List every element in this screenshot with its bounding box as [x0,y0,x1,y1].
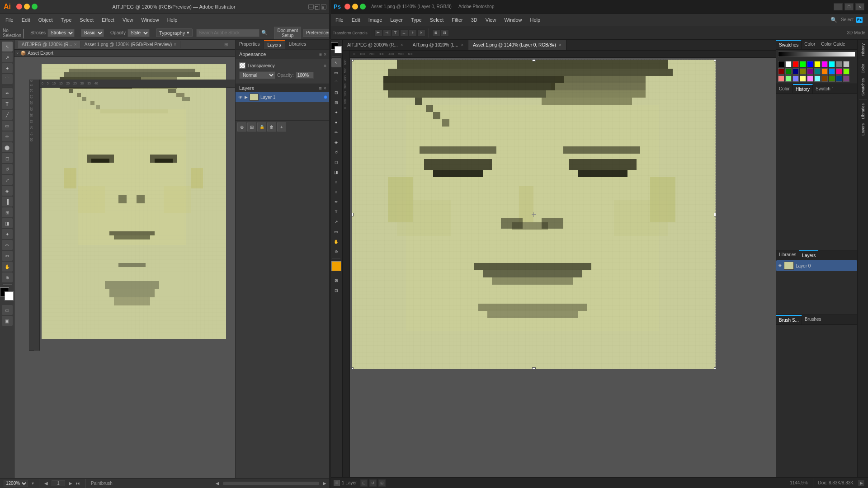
ps-menu-file[interactable]: File [332,15,347,24]
ai-tab-libraries[interactable]: Libraries [285,40,310,49]
ps-layer-0[interactable]: 👁 Layer 0 [776,260,857,271]
ai-min-btn[interactable] [24,4,30,9]
style-select[interactable]: Style [127,29,150,37]
prev-page-btn[interactable]: ◀ [44,481,48,486]
pen-tool[interactable]: ✒ [2,88,13,98]
ai-tab2-close[interactable]: × [174,42,176,47]
ps-menu-help[interactable]: Help [527,15,544,24]
align-v-center-btn[interactable]: ⊦ [409,29,417,37]
ps-minimize-btn[interactable]: ─ [834,3,843,10]
ai-restore-btn[interactable]: □ [315,4,320,9]
ps-brush-tool[interactable]: ✏ [331,128,341,137]
new-layer-btn[interactable]: + [277,122,286,131]
ps-layer-eye-icon[interactable]: 👁 [778,263,782,268]
strokes-select[interactable]: Strokes [47,29,75,37]
ps-move-tool[interactable]: ↖ [331,58,341,67]
swatch-item[interactable] [814,61,821,67]
lock-layer-btn[interactable]: 🔒 [257,122,266,131]
swatch-item[interactable] [800,61,806,67]
zoom-chevron-icon[interactable]: ▾ [32,481,34,486]
ai-tab-layers[interactable]: Layers [264,40,285,49]
ps-eraser-tool[interactable]: ◻ [331,158,341,167]
ps-background-color[interactable] [335,46,342,53]
swatch-item[interactable] [843,75,849,82]
search-input[interactable] [196,29,259,37]
align-top-edges-btn[interactable]: ⊥ [400,29,408,37]
ps-menu-3d[interactable]: 3D [467,15,481,24]
swatch-item[interactable] [785,68,792,75]
swatch-item[interactable] [778,68,784,75]
basic-style-select[interactable]: Basic [81,29,104,37]
ps-libraries-tab[interactable]: Libraries [776,250,799,260]
appearance-close-icon[interactable]: × [324,52,326,57]
blend-tool[interactable]: ∞ [2,240,13,250]
magic-wand-tool[interactable]: ✦ [2,63,13,73]
ps-history-brush-tool[interactable]: ↺ [331,148,341,157]
ai-tab-properties[interactable]: Properties [236,40,264,49]
scroll-right-btn[interactable]: ▶ [323,481,326,486]
swatch-item[interactable] [821,68,828,75]
ps-stamp-tool[interactable]: ◈ [331,138,341,147]
background-color[interactable] [5,291,14,300]
lasso-tool[interactable]: ⌒ [2,74,13,84]
selection-tool[interactable]: ↖ [2,42,13,52]
delete-layer-btn[interactable]: 🗑 [267,122,276,131]
ai-minimize-btn[interactable]: ─ [308,4,314,9]
dist-v-btn[interactable]: ⊡ [441,29,449,37]
typography-dropdown[interactable]: Typography ▾ [156,28,193,37]
swatch-item[interactable] [821,75,828,82]
swatch-item[interactable] [829,61,835,67]
align-h-center-btn[interactable]: ⊣ [383,29,391,37]
direct-select-tool[interactable]: ↗ [2,52,13,62]
align-left-edges-btn[interactable]: ⊢ [374,29,382,37]
sel-handle-br[interactable] [714,367,716,369]
ps-eyedropper-tool[interactable]: ✦ [331,108,341,117]
type-tool[interactable]: T [2,99,13,109]
sel-handle-bm[interactable] [532,367,536,369]
ai-canvas[interactable] [42,64,226,339]
draw-mode-normal[interactable]: ▭ [2,305,13,315]
ps-menu-filter[interactable]: Filter [448,15,466,24]
ai-menu-select[interactable]: Select [76,15,97,24]
stroke-color-swatch[interactable] [23,30,24,38]
ai-layer-1[interactable]: 👁 ▶ Layer 1 [236,92,330,102]
ps-marquee-tool[interactable]: ▭ [331,68,341,77]
last-page-btn[interactable]: ⏭ [76,481,80,486]
ai-tab1-close[interactable]: × [74,42,77,47]
ps-close-icon[interactable]: × [855,3,864,10]
zoom-select[interactable]: 1200% [4,480,28,487]
swatch-item[interactable] [793,61,799,67]
ps-frame-tool[interactable]: ⊠ [331,276,341,285]
swatch-item[interactable] [821,61,828,67]
ps-gradient-tool[interactable]: ◨ [331,168,341,177]
eraser-tool[interactable]: ◻ [2,153,13,163]
ps-vtab-color[interactable]: Color [860,62,866,75]
rect-tool[interactable]: ▭ [2,121,13,131]
ps-menu-image[interactable]: Image [365,15,386,24]
ps-artboard-tool[interactable]: ⊡ [331,286,341,295]
ps-gradient-bar[interactable] [778,52,855,57]
ps-vtab-swatches[interactable]: Swatches [860,76,866,98]
swatch-item[interactable] [785,75,792,82]
line-tool[interactable]: ╱ [2,110,13,120]
layer-expand-icon[interactable]: ▶ [245,95,248,99]
ai-menu-window[interactable]: Window [138,15,163,24]
ps-color-tab2[interactable]: Color [776,84,793,93]
ai-menu-type[interactable]: Type [57,15,75,24]
swatch-item[interactable] [785,61,792,67]
ps-restore-btn[interactable]: □ [844,3,854,10]
ps-brushes-tab[interactable]: Brushes [802,315,824,324]
layers-close-icon[interactable]: × [324,85,326,91]
screen-mode[interactable]: ▣ [2,316,13,326]
ai-max-btn[interactable] [32,4,38,9]
zoom-tool[interactable]: ⊕ [2,272,13,282]
ps-swatch-tab2[interactable]: Swatch " [813,84,836,93]
swatch-item[interactable] [836,61,842,67]
ai-menu-help[interactable]: Help [164,15,181,24]
ps-zoom-tool[interactable]: ⊕ [331,247,341,256]
eyedropper-tool[interactable]: ✦ [2,229,13,239]
swatch-item[interactable] [829,68,835,75]
ai-close-btn[interactable] [16,4,22,9]
ps-zoom-fit-btn[interactable]: ⊞ [378,479,386,487]
mesh-tool[interactable]: ⊞ [2,207,13,217]
